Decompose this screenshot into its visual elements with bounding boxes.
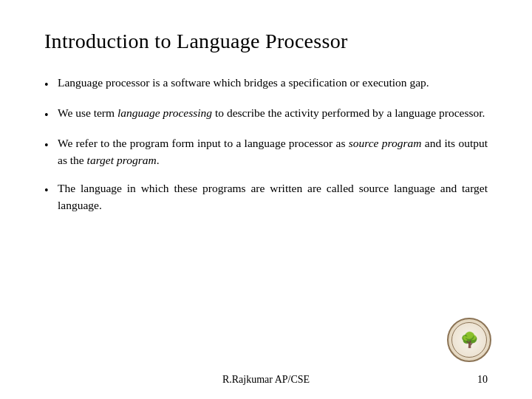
list-item: • We use term language processing to des… (44, 104, 488, 124)
bullet-dot: • (44, 137, 50, 154)
bullet-text-3: We refer to the program form input to a … (58, 134, 488, 169)
bullet-text-2: We use term language processing to descr… (58, 104, 488, 121)
italic-text: language processing (117, 106, 212, 119)
italic-text: target program (87, 154, 157, 166)
bullet-list: • Language processor is a software which… (44, 74, 488, 369)
slide-container: Introduction to Language Processor • Lan… (0, 0, 532, 399)
seal-inner: 🌳 (451, 322, 487, 358)
attribution-text: R.Rajkumar AP/CSE (222, 374, 310, 386)
bullet-text-4: The language in which these programs are… (58, 180, 488, 214)
bullet-dot: • (44, 106, 50, 124)
bullet-dot: • (44, 76, 50, 94)
list-item: • Language processor is a software which… (44, 74, 488, 94)
list-item: • The language in which these programs a… (44, 180, 488, 214)
institution-seal: 🌳 (447, 318, 491, 362)
page-number: 10 (477, 374, 488, 386)
seal-tree-icon: 🌳 (460, 331, 479, 349)
bullet-text-1: Language processor is a software which b… (58, 74, 488, 91)
list-item: • We refer to the program form input to … (44, 134, 488, 169)
italic-text: source program (349, 137, 422, 149)
slide-title: Introduction to Language Processor (44, 30, 488, 53)
seal-circle: 🌳 (447, 318, 491, 362)
bullet-dot: • (44, 182, 50, 200)
slide-footer: R.Rajkumar AP/CSE (0, 374, 532, 386)
